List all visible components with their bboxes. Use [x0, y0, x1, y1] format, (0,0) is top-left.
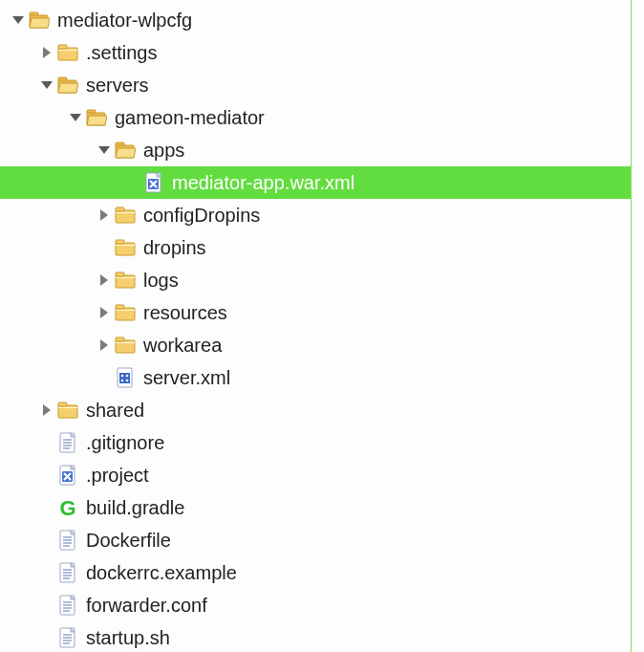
tree-item-label: logs	[143, 264, 179, 296]
disclosure-right-icon[interactable]	[97, 273, 111, 287]
tree-item-label: .project	[86, 459, 149, 491]
file-icon	[57, 562, 78, 583]
tree-item[interactable]: mediator-app.war.xml	[0, 166, 631, 199]
tree-item[interactable]: build.gradle	[0, 491, 631, 524]
folder-icon	[57, 42, 78, 63]
indent	[0, 53, 40, 54]
tree-item[interactable]: shared	[0, 394, 631, 426]
indent	[0, 248, 97, 249]
tree-item-label: dropins	[143, 231, 206, 264]
folder-icon	[57, 400, 78, 421]
indent	[0, 215, 97, 216]
tree-item[interactable]: workarea	[0, 329, 631, 361]
tree-item-label: servers	[86, 69, 149, 101]
tree-item[interactable]: .gitignore	[0, 426, 631, 459]
tree-item[interactable]: .settings	[0, 36, 631, 69]
tree-item-label: dockerrc.example	[86, 556, 237, 589]
folder-icon	[115, 205, 136, 226]
indent	[0, 443, 40, 444]
folder-icon	[115, 302, 136, 323]
tree-item-label: resources	[143, 296, 227, 329]
indent	[0, 280, 97, 281]
tree-item[interactable]: configDropins	[0, 199, 631, 231]
tree-item-label: configDropins	[143, 199, 260, 231]
tree-item-label: .settings	[86, 36, 157, 69]
tree-item-label: workarea	[143, 329, 222, 361]
indent	[0, 605, 40, 606]
indent	[0, 573, 40, 574]
tree-item[interactable]: server.xml	[0, 361, 631, 394]
indent	[0, 540, 40, 541]
tree-item[interactable]: dockerrc.example	[0, 556, 631, 589]
indent	[0, 378, 97, 379]
indent	[0, 150, 97, 151]
xml-blue-icon	[115, 367, 136, 388]
file-icon	[57, 627, 78, 648]
indent	[0, 638, 40, 639]
disclosure-right-icon[interactable]	[40, 46, 54, 59]
indent	[0, 410, 40, 411]
file-icon	[57, 530, 78, 551]
tree-item[interactable]: dropins	[0, 231, 631, 264]
tree-item-label: forwarder.conf	[86, 589, 207, 621]
tree-item-label: Dockerfile	[86, 524, 171, 556]
tree-item[interactable]: forwarder.conf	[0, 589, 631, 621]
disclosure-right-icon[interactable]	[97, 306, 111, 319]
tree-item[interactable]: resources	[0, 296, 631, 329]
folder-icon	[115, 335, 136, 356]
indent	[0, 183, 126, 184]
folder-icon	[115, 270, 136, 291]
tree-item-label: apps	[143, 134, 184, 166]
tree-item-label: mediator-app.war.xml	[172, 166, 354, 199]
indent	[0, 118, 69, 119]
file-icon	[57, 595, 78, 616]
tree-item-label: mediator-wlpcfg	[57, 4, 192, 36]
disclosure-right-icon[interactable]	[40, 403, 54, 417]
tree-item[interactable]: servers	[0, 69, 631, 101]
folder-open-icon	[57, 75, 78, 96]
tree-item-label: server.xml	[143, 361, 230, 394]
tree-item[interactable]: startup.sh	[0, 621, 631, 652]
tree-item-label: build.gradle	[86, 491, 184, 524]
indent	[0, 508, 40, 509]
folder-open-icon	[86, 107, 107, 128]
tree-item[interactable]: logs	[0, 264, 631, 296]
disclosure-down-icon[interactable]	[97, 143, 111, 157]
indent	[0, 345, 97, 346]
indent	[0, 313, 97, 314]
disclosure-down-icon[interactable]	[40, 78, 54, 92]
tree-item-label: .gitignore	[86, 426, 164, 459]
disclosure-right-icon[interactable]	[97, 338, 111, 352]
gradle-icon	[57, 497, 78, 518]
tree-item[interactable]: Dockerfile	[0, 524, 631, 556]
tree-item[interactable]: .project	[0, 459, 631, 491]
indent	[0, 85, 40, 86]
file-icon	[57, 432, 78, 453]
tree-item-label: startup.sh	[86, 621, 170, 652]
indent	[0, 20, 11, 21]
folder-open-icon	[115, 140, 136, 161]
folder-icon	[115, 237, 136, 258]
xml-icon	[57, 465, 78, 486]
disclosure-down-icon[interactable]	[11, 13, 25, 27]
folder-open-icon	[29, 10, 50, 31]
disclosure-down-icon[interactable]	[69, 111, 82, 124]
tree-item-label: gameon-mediator	[115, 101, 265, 134]
disclosure-right-icon[interactable]	[97, 208, 111, 222]
tree-item-label: shared	[86, 394, 144, 426]
tree-item[interactable]: apps	[0, 134, 631, 166]
file-tree: mediator-wlpcfg.settingsserversgameon-me…	[0, 0, 632, 652]
tree-item[interactable]: mediator-wlpcfg	[0, 4, 631, 36]
tree-item[interactable]: gameon-mediator	[0, 101, 631, 134]
xml-icon	[143, 172, 164, 193]
indent	[0, 475, 40, 476]
